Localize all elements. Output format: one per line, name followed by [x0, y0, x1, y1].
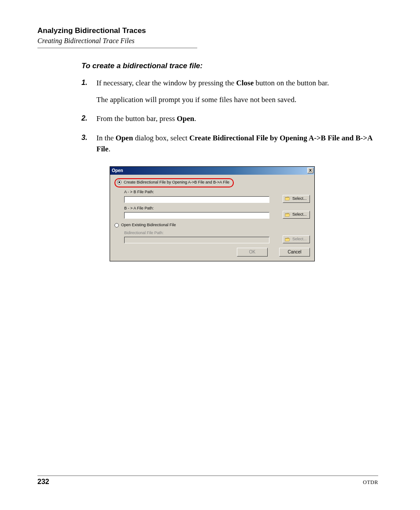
step-2: 2. From the button bar, press Open.: [81, 113, 378, 125]
footer-product: OTDR: [363, 479, 378, 486]
chapter-subtitle: Creating Bidirectional Trace Files: [37, 37, 378, 45]
radio-create-bidir[interactable]: [117, 180, 122, 184]
ba-path-label: B - > A File Path:: [124, 205, 273, 212]
step-text: dialog box, select: [133, 134, 189, 142]
close-button[interactable]: X: [307, 168, 313, 173]
step-text: button on the button bar.: [254, 79, 329, 87]
folder-open-icon: [285, 237, 291, 242]
bidir-path-input: [124, 237, 269, 243]
step-text: From the button bar, press: [96, 114, 177, 123]
page-footer: 232 OTDR: [37, 475, 378, 486]
dialog-body: Create Bidirectional File by Opening A->…: [110, 175, 314, 261]
ab-select-button[interactable]: Select...: [283, 195, 310, 203]
select-button-label: Select...: [292, 236, 307, 242]
step-3: 3. In the Open dialog box, select Create…: [81, 132, 378, 262]
folder-open-icon: [285, 196, 291, 201]
callout-circle: Create Bidirectional File by Opening A->…: [114, 178, 234, 188]
ab-path-input[interactable]: [124, 196, 269, 203]
folder-open-icon: [285, 213, 291, 217]
cancel-button[interactable]: Cancel: [279, 248, 310, 257]
bold-open-2: Open: [115, 134, 133, 142]
ba-path-input[interactable]: [124, 212, 269, 219]
section-heading: To create a bidirectional trace file:: [81, 62, 378, 70]
select-button-label: Select...: [292, 196, 307, 202]
bidir-path-label: Bidirectional File Path:: [124, 230, 273, 236]
chapter-title: Analyzing Bidirectional Traces: [37, 26, 378, 35]
step-number: 2.: [81, 113, 87, 124]
ba-select-button[interactable]: Select...: [283, 211, 310, 219]
step-text: The application will prompt you if some …: [96, 94, 378, 106]
select-button-label: Select...: [292, 212, 307, 218]
step-text: .: [108, 145, 110, 153]
step-text: If necessary, clear the window by pressi…: [96, 79, 236, 87]
header-rule: [37, 48, 197, 48]
open-dialog: Open X Create Bidirectional File by Open…: [110, 166, 315, 262]
radio-create-bidir-label: Create Bidirectional File by Opening A->…: [124, 180, 229, 186]
ok-button: OK: [237, 248, 268, 257]
step-text: In the: [96, 134, 115, 142]
step-text: .: [194, 114, 196, 123]
bold-close: Close: [236, 79, 254, 87]
footer-rule: [37, 475, 378, 476]
bidir-select-button: Select...: [283, 235, 310, 243]
dialog-titlebar: Open X: [110, 167, 314, 175]
page-number: 232: [37, 478, 49, 486]
radio-open-existing-label: Open Existing Bidirectional File: [121, 222, 176, 228]
step-1: 1. If necessary, clear the window by pre…: [81, 77, 378, 105]
step-number: 3.: [81, 132, 87, 143]
bold-open: Open: [177, 114, 195, 123]
ab-path-label: A - > B File Path:: [124, 189, 273, 195]
radio-open-existing[interactable]: [114, 223, 119, 227]
step-number: 1.: [81, 77, 87, 88]
steps-list: 1. If necessary, clear the window by pre…: [81, 77, 378, 261]
dialog-title: Open: [112, 167, 123, 174]
